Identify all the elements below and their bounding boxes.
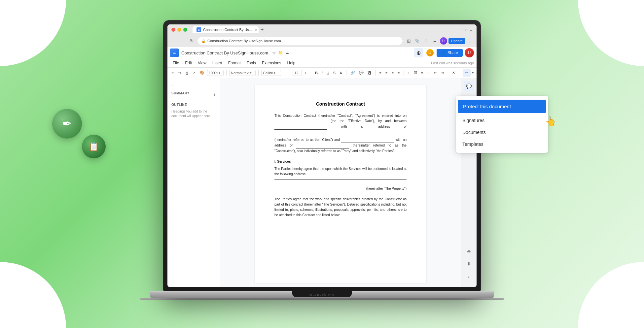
menu-format[interactable]: Format [226,60,243,66]
font-dropdown[interactable]: Calibri ▾ [261,70,281,76]
print-btn[interactable]: 🖨 [184,70,190,76]
maximize-button[interactable] [183,28,187,32]
formatting-bar: ↩ ↪ 🖨 ✓ 🎨 100% ▾ Normal text [167,67,477,78]
bullet-list-btn[interactable]: ≡ [420,70,424,76]
title-bar: G Construction Contract By Us... × + − □… [167,24,477,35]
sidebar-outline-section: OUTLINE Headings you add to the document… [171,103,216,118]
cloud-icon[interactable]: ☁ [431,37,439,45]
forward-button[interactable]: → [179,38,187,44]
doc-page-area[interactable]: Construction Contract This Construction … [220,78,461,287]
undo-btn[interactable]: ↩ [170,70,176,76]
menu-file[interactable]: File [170,60,182,66]
link-btn[interactable]: 🔗 [349,70,356,76]
back-button[interactable]: ← [170,38,177,44]
docs-title-actions: ☆ 📁 ☁ [272,50,289,55]
strikethrough-btn[interactable]: S [332,70,337,76]
number-list-btn[interactable]: 1. [426,70,431,76]
update-button[interactable]: Update [448,38,465,44]
minimize-window-icon[interactable]: − [462,27,464,32]
menu-tools[interactable]: Tools [244,60,259,66]
doc-services-text: The Parties hereby agree that the upon w… [274,166,407,177]
expand-icon[interactable]: ▾ [472,71,474,75]
increase-indent-btn[interactable]: ⇥ [440,70,445,76]
zoom-dropdown[interactable]: 100% ▾ [207,70,224,76]
browser-tab[interactable]: G Construction Contract By Us... × [193,26,259,33]
redo-btn[interactable]: ↪ [177,70,183,76]
copy-icon[interactable]: ⊙ [422,37,430,45]
align-center-btn[interactable]: ≡ [384,70,389,76]
cloud-sync-icon[interactable]: ☁ [285,50,289,55]
menu-item-documents[interactable]: Documents [456,126,548,138]
italic-btn[interactable]: I [320,70,324,76]
font-size-up[interactable]: + [303,70,308,76]
minimize-button[interactable] [177,28,181,32]
expand-window-icon[interactable]: □ [466,27,468,32]
menu-view[interactable]: View [195,60,209,66]
doc-intro: This Construction Contract (hereinafter … [274,113,407,135]
tab-close-icon[interactable]: × [254,27,258,32]
browser: G Construction Contract By Us... × + − □… [167,24,477,287]
floating-icon-document: 📋 [82,135,106,158]
menu-item-signatures[interactable]: Signatures [456,115,548,126]
floating-icon-pen: ✒ [52,109,82,139]
menu-item-templates[interactable]: Templates [456,138,548,150]
collab-avatar-1: U [426,49,434,56]
right-panel-zoom-icon[interactable]: ⊕ [464,246,474,257]
doc-services-text2: The Parties agree that the work and spec… [274,197,407,218]
right-panel-download-icon[interactable]: ⬇ [464,259,474,269]
align-right-btn[interactable]: ≡ [390,70,395,76]
comment-btn[interactable]: 💬 [358,70,365,76]
close-button[interactable] [171,28,175,32]
macbook: G Construction Contract By Us... × + − □… [163,20,481,308]
close-window-icon[interactable]: ⌄ [469,27,473,32]
bold-btn[interactable]: B [314,70,319,76]
font-color-btn[interactable]: A [338,70,343,76]
star-icon[interactable]: ☆ [272,50,276,55]
folder-icon[interactable]: 📁 [278,50,283,55]
underline-btn[interactable]: U [325,70,331,76]
paint-format-btn[interactable]: 🎨 [198,70,206,76]
doc-page: Construction Contract This Construction … [255,85,426,283]
spellcheck-btn[interactable]: ✓ [192,70,197,76]
docs-title: Construction Contract By UseSignHouse.co… [181,50,268,55]
document-title: Construction Contract [274,101,407,107]
user-avatar[interactable]: U [440,37,447,45]
menu-icon[interactable]: ⋮ [466,37,474,45]
style-dropdown[interactable]: Normal text ▾ [229,70,256,76]
sidebar-add-icon[interactable]: + [213,92,216,97]
macbook-bottom-edge [140,298,504,300]
sidebar-back-btn[interactable]: ← [171,82,216,87]
dropdown-menu: Protect this document Signatures Documen… [456,96,548,153]
extensions-icon[interactable]: ⊞ [405,37,413,45]
font-size-down[interactable]: − [287,70,291,76]
menu-extensions[interactable]: Extensions [259,60,284,66]
menu-item-protect[interactable]: Protect this document [458,100,546,113]
edit-pencil-icon[interactable]: ✏ [463,69,471,77]
clear-formatting-btn[interactable]: ✕ [451,70,456,76]
align-left-btn[interactable]: ≡ [378,70,383,76]
docs-app-icon: ≡ [170,49,179,57]
doc-property-label: (hereinafter "The Property") [274,186,407,191]
present-icon[interactable]: ⊕ [414,48,423,57]
decrease-indent-btn[interactable]: ⇤ [433,70,438,76]
avatar-group: U [425,48,435,57]
user-profile-avatar[interactable]: U [465,48,474,57]
menu-edit[interactable]: Edit [182,60,195,66]
checklist-btn[interactable]: ☑ [412,70,418,76]
document-body: This Construction Contract (hereinafter … [274,113,407,218]
screen-bezel: G Construction Contract By Us... × + − □… [167,24,477,287]
menu-insert[interactable]: Insert [210,60,225,66]
new-tab-button[interactable]: + [259,27,266,33]
address-input[interactable]: 🔒 Construction Contract By UseSignHouse.… [197,37,403,45]
menu-help[interactable]: Help [285,60,298,66]
right-panel-chat-btn[interactable]: 💬 [464,81,474,91]
reload-button[interactable]: ↻ [189,38,195,44]
image-btn[interactable]: 🖼 [366,70,373,76]
share-button[interactable]: 👤 Share [437,49,463,57]
align-justify-btn[interactable]: ≡ [396,70,401,76]
bookmark-icon[interactable]: 📎 [413,37,421,45]
sidebar-summary-section: SUMMARY + [171,91,216,98]
right-panel-arrow-icon[interactable]: › [464,271,474,282]
font-size-input[interactable]: 12 [293,70,302,76]
line-spacing-btn[interactable]: ↕ [407,70,411,76]
